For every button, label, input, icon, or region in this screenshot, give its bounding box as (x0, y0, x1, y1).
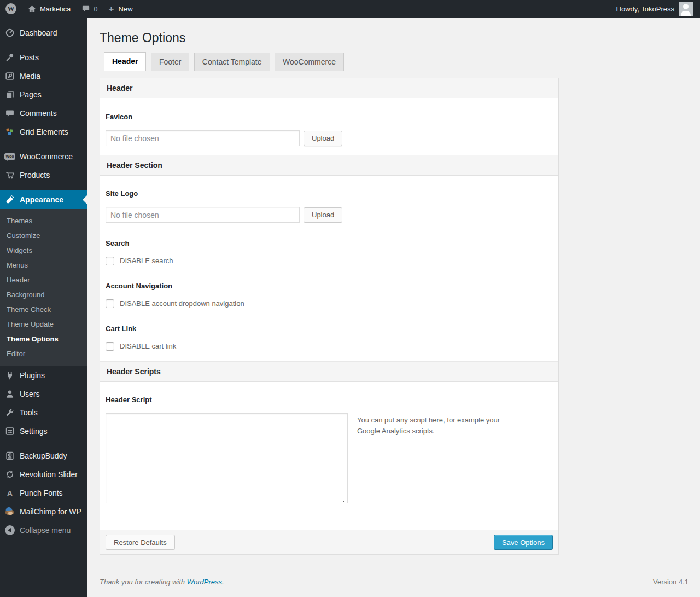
mailchimp-monkey-icon (4, 506, 15, 517)
sidebar-item-label: Pages (20, 90, 42, 99)
sidebar-item-label: Comments (20, 109, 57, 118)
submenu-item-theme-check[interactable]: Theme Check (0, 302, 88, 317)
account-menu[interactable]: Howdy, TokoPress (616, 0, 700, 18)
sidebar-item-label: Posts (20, 53, 39, 62)
home-icon (27, 4, 37, 14)
cart-link-label: Cart Link (106, 325, 552, 333)
account-navigation-label: Account Navigation (106, 282, 552, 290)
plus-icon: + (109, 4, 114, 14)
main-content: Theme Options Header Footer Contact Temp… (88, 18, 700, 597)
sidebar-item-label: Users (20, 390, 40, 398)
submenu-item-background[interactable]: Background (0, 287, 88, 302)
tab-woocommerce[interactable]: WooCommerce (275, 53, 344, 71)
sliders-icon (4, 426, 15, 437)
tab-contact-template[interactable]: Contact Template (194, 53, 270, 71)
sidebar-item-revolution-slider[interactable]: Revolution Slider (0, 465, 88, 484)
sidebar-item-punch-fonts[interactable]: A Punch Fonts (0, 484, 88, 502)
paintbrush-icon (4, 194, 15, 205)
search-label: Search (106, 240, 552, 247)
submenu-item-header[interactable]: Header (0, 273, 88, 287)
section-header-header-section: Header Section (100, 155, 558, 176)
collapse-menu-button[interactable]: Collapse menu (0, 521, 88, 540)
section-body-header-section: Site Logo Upload Search DISABLE search A… (100, 176, 558, 361)
sidebar-item-label: MailChimp for WP (20, 507, 81, 516)
disable-cart-link-label: DISABLE cart link (120, 343, 176, 350)
refresh-icon (4, 469, 15, 480)
submenu-item-themes[interactable]: Themes (0, 213, 88, 228)
new-content-button[interactable]: + New (103, 0, 138, 18)
submenu-item-customize[interactable]: Customize (0, 228, 88, 243)
page-title: Theme Options (100, 18, 689, 52)
wrench-icon (4, 407, 15, 418)
appearance-submenu: Themes Customize Widgets Menus Header Ba… (0, 209, 88, 366)
sidebar-item-products[interactable]: Products (0, 166, 88, 184)
section-header-header: Header (100, 78, 558, 98)
restore-defaults-button[interactable]: Restore Defaults (106, 535, 175, 550)
comment-count: 0 (94, 5, 97, 13)
comments-bubble-button[interactable]: 0 (76, 0, 103, 18)
tab-footer[interactable]: Footer (151, 53, 189, 71)
pages-icon (4, 89, 15, 100)
sidebar-item-media[interactable]: Media (0, 67, 88, 85)
sidebar-item-label: Media (20, 72, 40, 80)
save-options-button[interactable]: Save Options (494, 535, 553, 550)
woocommerce-badge-icon: Woo (4, 151, 15, 162)
sidebar-item-backupbuddy[interactable]: BackupBuddy (0, 447, 88, 465)
submenu-item-theme-options[interactable]: Theme Options (0, 332, 88, 346)
wordpress-logo-button[interactable]: W (0, 0, 22, 18)
sidebar-item-label: Tools (20, 408, 38, 417)
site-logo-label: Site Logo (106, 190, 552, 198)
header-script-textarea[interactable] (106, 413, 348, 503)
section-body-header: Favicon Upload (100, 98, 558, 155)
current-menu-arrow (83, 195, 88, 205)
plug-icon (4, 370, 15, 381)
sidebar-item-plugins[interactable]: Plugins (0, 366, 88, 385)
disable-cart-link-checkbox[interactable] (106, 342, 114, 351)
sidebar-item-label: Grid Elements (20, 127, 68, 136)
disable-account-nav-checkbox[interactable] (106, 299, 114, 308)
disable-account-nav-label: DISABLE account dropdown navigation (120, 300, 244, 308)
pin-icon (4, 52, 15, 63)
sidebar-item-mailchimp[interactable]: MailChimp for WP (0, 502, 88, 521)
header-script-label: Header Script (106, 396, 552, 404)
disable-search-checkbox[interactable] (106, 257, 114, 265)
thanks-prefix: Thank you for creating with (100, 578, 187, 586)
tab-header[interactable]: Header (104, 52, 146, 71)
tab-bar: Header Footer Contact Template WooCommer… (100, 52, 689, 71)
favicon-upload-button[interactable]: Upload (304, 131, 342, 146)
grid-elements-icon (4, 126, 15, 137)
dashboard-icon (4, 27, 15, 38)
wordpress-link[interactable]: WordPress (187, 578, 222, 586)
admin-bar: W Marketica 0 + New Howdy, TokoPress (0, 0, 700, 18)
sidebar-item-settings[interactable]: Settings (0, 422, 88, 440)
submenu-item-theme-update[interactable]: Theme Update (0, 317, 88, 332)
sidebar-item-woocommerce[interactable]: Woo WooCommerce (0, 147, 88, 166)
sidebar-item-comments[interactable]: Comments (0, 104, 88, 123)
sidebar-item-label: Settings (20, 427, 48, 436)
comment-bubble-icon (81, 4, 90, 13)
sidebar-item-appearance[interactable]: Appearance (0, 190, 88, 209)
sidebar-item-users[interactable]: Users (0, 385, 88, 403)
collapse-menu-label: Collapse menu (20, 526, 71, 535)
new-label: New (119, 5, 133, 13)
sidebar-item-dashboard[interactable]: Dashboard (0, 24, 88, 42)
sidebar-item-label: Punch Fonts (20, 489, 63, 497)
site-logo-upload-button[interactable]: Upload (304, 207, 342, 223)
theme-options-panel: Header Favicon Upload Header Section Sit… (100, 78, 559, 555)
disable-search-label: DISABLE search (120, 257, 173, 265)
site-name-link[interactable]: Marketica (22, 0, 76, 18)
sidebar-item-label: Appearance (20, 195, 63, 204)
site-logo-file-input[interactable] (106, 207, 300, 223)
sidebar-item-pages[interactable]: Pages (0, 85, 88, 104)
submenu-item-menus[interactable]: Menus (0, 258, 88, 273)
sidebar-item-posts[interactable]: Posts (0, 48, 88, 67)
sidebar-item-tools[interactable]: Tools (0, 403, 88, 422)
favicon-file-input[interactable] (106, 130, 300, 146)
letter-a-icon: A (4, 488, 15, 499)
user-icon (4, 389, 15, 399)
collapse-arrow-icon (4, 525, 15, 536)
sidebar-item-grid-elements[interactable]: Grid Elements (0, 123, 88, 141)
submenu-item-widgets[interactable]: Widgets (0, 243, 88, 258)
submenu-item-editor[interactable]: Editor (0, 346, 88, 361)
site-name-label: Marketica (40, 5, 71, 13)
